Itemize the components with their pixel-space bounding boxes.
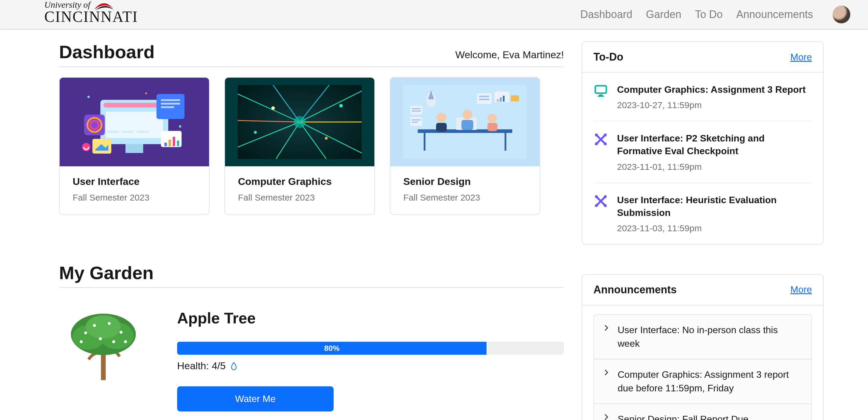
svg-point-92: [604, 204, 607, 207]
growth-progress-bar: 80%: [177, 342, 487, 355]
svg-rect-62: [511, 95, 519, 101]
brand-top-text: University of: [44, 0, 90, 9]
course-subtitle: Fall Semester 2023: [238, 192, 361, 203]
svg-rect-10: [161, 103, 180, 104]
svg-rect-45: [504, 133, 506, 151]
todo-title: Computer Graphics: Assignment 3 Report: [617, 83, 806, 96]
course-card-computer-graphics[interactable]: Computer Graphics Fall Semester 2023: [224, 77, 375, 215]
todo-date: 2023-10-27, 11:59pm: [617, 100, 806, 110]
svg-point-47: [437, 113, 446, 122]
announcements-panel: Announcements More User Interface: No in…: [582, 274, 824, 420]
announcement-item[interactable]: Senior Design: Fall Report Due: [593, 403, 812, 420]
todo-item[interactable]: Computer Graphics: Assignment 3 Report 2…: [593, 73, 812, 121]
svg-point-74: [84, 331, 87, 334]
todo-panel: To-Do More Computer Graphics: Assignment…: [582, 41, 824, 245]
health-label: Health: 4/5: [177, 360, 225, 371]
water-drop-icon: [230, 362, 238, 370]
todo-title: User Interface: P2 Sketching and Formati…: [617, 132, 812, 157]
avatar[interactable]: [833, 6, 850, 23]
svg-rect-66: [410, 117, 422, 126]
svg-rect-63: [410, 106, 422, 115]
page-title: Dashboard: [59, 41, 155, 62]
svg-point-40: [254, 131, 257, 134]
svg-point-81: [80, 340, 83, 343]
welcome-text: Welcome, Eva Martinez!: [455, 49, 564, 61]
garden-title: My Garden: [59, 262, 154, 283]
svg-point-73: [86, 315, 121, 339]
announcements-more-link[interactable]: More: [790, 284, 812, 295]
svg-rect-83: [599, 94, 603, 96]
design-tools-icon: [593, 194, 608, 209]
todo-title: User Interface: Heuristic Evaluation Sub…: [617, 194, 812, 219]
course-subtitle: Fall Semester 2023: [73, 192, 196, 203]
svg-point-37: [294, 116, 306, 128]
chevron-right-icon: [603, 369, 610, 376]
svg-point-80: [124, 340, 127, 343]
svg-rect-67: [412, 119, 421, 121]
nav-garden[interactable]: Garden: [646, 8, 681, 21]
svg-rect-60: [500, 97, 502, 101]
todo-item[interactable]: User Interface: P2 Sketching and Formati…: [593, 121, 812, 183]
chevron-right-icon: [603, 414, 610, 420]
svg-rect-64: [412, 108, 421, 109]
svg-point-38: [271, 106, 275, 110]
svg-rect-61: [503, 96, 504, 101]
svg-rect-9: [161, 99, 180, 101]
todo-date: 2023-11-03, 11:59pm: [617, 223, 812, 233]
course-thumb: [390, 78, 540, 166]
svg-point-41: [339, 104, 343, 108]
svg-rect-20: [107, 131, 119, 132]
svg-point-24: [179, 125, 181, 128]
water-me-button[interactable]: Water Me: [177, 386, 334, 412]
announcement-text: User Interface: No in-person class this …: [618, 323, 802, 351]
svg-point-79: [112, 340, 115, 343]
svg-rect-21: [122, 131, 134, 132]
nav-todo[interactable]: To Do: [695, 8, 723, 21]
svg-rect-65: [412, 111, 421, 112]
svg-rect-50: [461, 120, 473, 130]
svg-rect-44: [424, 133, 426, 151]
todo-item[interactable]: User Interface: Heuristic Evaluation Sub…: [593, 183, 812, 244]
svg-rect-56: [479, 96, 489, 97]
topbar: University of CINCINNATI Dashboard Garde…: [0, 0, 868, 30]
svg-rect-15: [173, 137, 175, 146]
svg-point-39: [325, 137, 328, 140]
course-card-user-interface[interactable]: User Interface Fall Semester 2023: [59, 77, 210, 215]
svg-rect-84: [598, 96, 604, 97]
svg-point-76: [108, 322, 111, 325]
monitor-icon: [593, 83, 608, 98]
chevron-right-icon: [603, 324, 610, 331]
todo-more-link[interactable]: More: [790, 52, 812, 63]
svg-point-77: [120, 331, 123, 334]
top-nav: Dashboard Garden To Do Announcements: [581, 6, 850, 23]
svg-point-25: [145, 92, 147, 94]
svg-point-23: [87, 96, 90, 98]
course-subtitle: Fall Semester 2023: [403, 192, 527, 203]
svg-point-86: [604, 134, 607, 137]
course-thumb: [225, 78, 374, 166]
svg-rect-22: [137, 131, 149, 132]
nav-dashboard[interactable]: Dashboard: [581, 8, 632, 21]
plant-image: [59, 309, 148, 383]
course-cards: User Interface Fall Semester 2023: [59, 77, 564, 215]
nav-announcements[interactable]: Announcements: [736, 8, 813, 21]
svg-point-75: [93, 324, 96, 327]
growth-progress: 80%: [177, 342, 564, 355]
announcement-text: Computer Graphics: Assignment 3 report d…: [618, 368, 802, 395]
svg-rect-52: [488, 123, 497, 131]
announcement-text: Senior Design: Fall Report Due: [618, 412, 748, 420]
svg-rect-58: [495, 92, 509, 102]
announcement-item[interactable]: User Interface: No in-person class this …: [593, 314, 812, 359]
announcement-item[interactable]: Computer Graphics: Assignment 3 report d…: [593, 359, 812, 403]
course-title: Senior Design: [403, 176, 527, 187]
course-card-senior-design[interactable]: Senior Design Fall Semester 2023: [390, 77, 540, 215]
todo-date: 2023-11-01, 11:59pm: [617, 162, 812, 172]
svg-point-78: [99, 337, 102, 340]
svg-point-51: [488, 114, 497, 123]
design-tools-icon: [593, 132, 608, 147]
svg-rect-4: [106, 112, 163, 138]
svg-point-49: [463, 110, 472, 119]
dashboard-header: Dashboard Welcome, Eva Martinez!: [59, 41, 564, 67]
todo-panel-title: To-Do: [593, 51, 623, 63]
course-title: User Interface: [73, 176, 196, 187]
